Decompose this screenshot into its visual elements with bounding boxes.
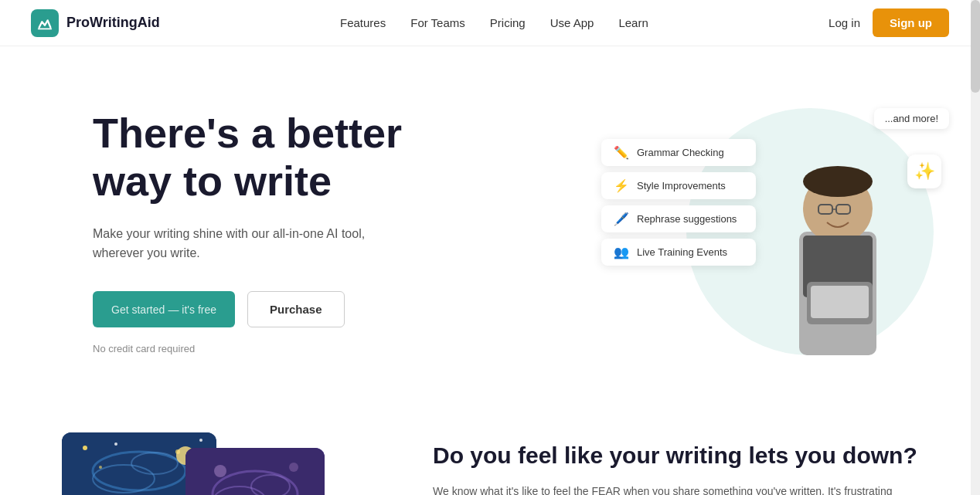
svg-point-17 (99, 466, 102, 469)
hero-title: There's a better way to write (93, 109, 464, 205)
style-icon: ⚡ (614, 178, 629, 193)
second-text: We know what it's like to feel the FEAR … (433, 483, 918, 495)
signup-button[interactable]: Sign up (873, 8, 949, 37)
login-button[interactable]: Log in (829, 16, 860, 29)
svg-point-2 (803, 166, 873, 197)
svg-point-13 (83, 446, 87, 450)
painting-card-2 (185, 448, 325, 495)
svg-point-27 (214, 465, 226, 477)
nav-actions: Log in Sign up (829, 8, 949, 37)
feature-cards: ✏️ Grammar Checking ⚡ Style Improvements… (601, 139, 756, 266)
rephrase-label: Rephrase suggestions (637, 213, 737, 225)
logo-icon (31, 9, 59, 37)
svg-point-14 (114, 442, 117, 446)
nav-for-teams[interactable]: For Teams (410, 16, 465, 29)
svg-point-16 (199, 439, 202, 442)
hero-buttons: Get started — it's free Purchase (93, 291, 464, 327)
second-illustration: My idea in my head (62, 432, 386, 495)
second-content: Do you feel like your writing lets you d… (433, 432, 918, 495)
get-started-button[interactable]: Get started — it's free (93, 291, 235, 327)
purchase-button[interactable]: Purchase (247, 291, 345, 327)
style-label: Style Improvements (637, 180, 726, 192)
hero-content: There's a better way to write Make your … (93, 109, 464, 354)
nav-pricing[interactable]: Pricing (490, 16, 526, 29)
nav-features[interactable]: Features (340, 16, 386, 29)
feature-card-training: 👥 Live Training Events (601, 239, 756, 266)
feature-card-grammar: ✏️ Grammar Checking (601, 139, 756, 166)
feature-card-style: ⚡ Style Improvements (601, 172, 756, 199)
grammar-icon: ✏️ (614, 145, 629, 160)
logo[interactable]: ProWritingAid (31, 9, 160, 37)
training-label: Live Training Events (637, 246, 727, 258)
hero-section: There's a better way to write Make your … (0, 46, 980, 402)
grammar-label: Grammar Checking (637, 147, 724, 158)
hero-subtitle: Make your writing shine with our all-in-… (93, 224, 386, 263)
scrollbar[interactable] (971, 0, 980, 495)
no-credit-text: No credit card required (93, 343, 464, 354)
cta-suffix: — it's free (168, 303, 216, 316)
hero-illustration: ...and more! ✨ ✏️ Grammar Checking ⚡ Sty… (624, 93, 949, 371)
nav-links: Features For Teams Pricing Use App Learn (340, 16, 648, 29)
second-section: My idea in my head Do you feel like your… (0, 402, 980, 495)
svg-rect-8 (811, 286, 869, 318)
nav-use-app[interactable]: Use App (550, 16, 594, 29)
rephrase-icon: 🖊️ (614, 212, 629, 226)
training-icon: 👥 (614, 245, 629, 259)
feature-card-rephrase: 🖊️ Rephrase suggestions (601, 205, 756, 232)
svg-point-28 (289, 463, 298, 472)
navbar: ProWritingAid Features For Teams Pricing… (0, 0, 980, 46)
second-title: Do you feel like your writing lets you d… (433, 440, 918, 470)
logo-text: ProWritingAid (66, 15, 160, 31)
person-illustration (753, 139, 923, 371)
more-badge: ...and more! (874, 108, 949, 129)
nav-learn[interactable]: Learn (618, 16, 648, 29)
scrollbar-thumb[interactable] (971, 0, 980, 93)
